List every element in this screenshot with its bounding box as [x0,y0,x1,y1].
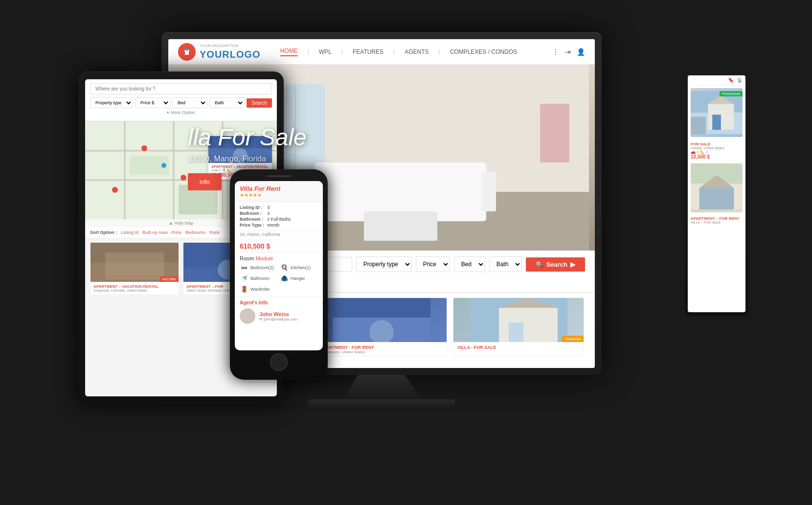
login-icon[interactable]: ⇥ [565,48,571,56]
svg-rect-50 [691,117,706,134]
phone-header: Villa For Rent ★★★★★ [235,181,323,202]
hanger-icon: 🧥 [280,274,289,283]
svg-point-0 [185,48,188,51]
nav-wpl[interactable]: WPL [319,48,332,55]
tablet-card-location-1: Cheyenne, Colorado, United States [93,289,176,292]
room-item-hanger: 🧥 Hanger [280,274,318,283]
sort-rank[interactable]: Rank [209,230,220,235]
tablet-listing-card-1[interactable]: Hot Offer APARTMENT – VACATION RENTAL Ch… [90,242,179,295]
listing-badge-3: Featured [562,336,584,342]
nav-icons: ⋮ ⇥ 👤 [552,48,585,56]
right-panel-info-2: APARTMENT – FOR RENT VILLA – FOR SALE [688,214,745,226]
bathroom-value: 2 Full Baths [267,217,318,222]
sort-listing-id[interactable]: Listing Id [121,230,138,235]
bedroom-value: 3 [267,211,318,216]
phone-agent-section: Agent's Info John Weiss ✉ john@realtyna.… [235,297,323,327]
room-item-bedroom: 🛏 Bedroom(2) [240,263,278,272]
sort-price[interactable]: Price [172,230,182,235]
hero-title: lla For Sale [188,125,307,151]
listing-card-2[interactable]: APARTMENT - FOR RENT Tennessee, United S… [316,298,447,356]
hero-subtitle: 33550, Mango, Florida [188,155,307,163]
nav-agents[interactable]: AGENTS [405,48,429,55]
hero-info-button[interactable]: info [188,173,222,190]
svg-rect-23 [509,322,523,342]
phone-home-button[interactable] [270,353,288,371]
phone-speaker [267,175,291,177]
tablet-search-input[interactable] [90,83,272,94]
right-panel-type-2: APARTMENT – FOR RENT [691,216,743,221]
agent-name: John Weiss [259,311,297,317]
bookmark-icon[interactable]: 🔖 [728,77,734,83]
email-icon: ✉ [259,317,263,321]
sort-builtup[interactable]: Built-up Area [142,230,168,235]
listing-image-3: Featured [453,298,584,342]
phone-agent-title: Agent's Info [240,300,318,305]
phone-details-grid: Listing ID : 3 Bedroom : 3 Bathroom : 2 … [235,202,323,231]
right-panel-screen: 🔖 📡 Foreclosure FOR SALE nessee, United … [688,75,745,312]
nav-links: HOME | WPL | FEATURES | AGENTS | COMPLEX… [280,47,517,56]
svg-point-35 [112,187,118,193]
svg-rect-49 [712,115,721,130]
bathroom-icon: 🚿 [240,274,248,283]
tablet-property-type-select[interactable]: Property type [90,97,133,108]
monitor-base [308,399,455,408]
phone-rooms-grid: 🛏 Bedroom(2) 🍳 Kitchen(1) 🚿 Bathroom [235,263,323,297]
logo-text: YOURLOGO [200,49,261,60]
room-item-bathroom: 🚿 Bathroom [240,274,278,283]
phone-location: 20, Alamo, California [235,231,323,240]
rss-icon[interactable]: 📡 [737,77,743,83]
tablet-price-select[interactable]: Price $ [135,97,170,108]
user-icon[interactable]: 👤 [577,48,585,56]
svg-rect-10 [481,172,496,211]
right-panel-listing-2[interactable] [691,163,743,212]
agent-email: ✉ john@realtyna.com [259,317,297,321]
bath-select[interactable]: Bath [489,256,522,272]
search-icon: 🔍 [536,261,543,268]
nav-home[interactable]: HOME [280,47,298,56]
tablet-card-img-1: Hot Offer [90,243,179,282]
bathroom-label: Bathroom : [240,217,264,222]
foreclosure-badge: Foreclosure [720,91,743,96]
right-panel-listing-1[interactable]: Foreclosure [691,88,743,137]
svg-rect-47 [708,104,734,130]
monitor-navbar: YOUR DESCRIPTION YOURLOGO HOME | WPL | F… [168,39,595,65]
phone-price: 610,500 $ [235,240,323,252]
svg-rect-53 [699,188,734,209]
bedroom-label: Bedroom : [240,211,264,216]
nav-complexes[interactable]: COMPLEXES / CONDOS [450,48,517,55]
tablet-card-info-1: APARTMENT – VACATION RENTAL Cheyenne, Co… [90,282,179,295]
phone-room-module-title: Room Module [235,252,323,263]
sort-bedrooms[interactable]: Bedrooms [185,230,205,235]
menu-dots-icon[interactable]: ⋮ [552,48,559,56]
monitor-stand [342,375,421,399]
listing-card-3[interactable]: Featured VILLA - FOR SALE [453,298,584,356]
phone-stars: ★★★★★ [240,192,318,198]
right-panel-price-1: 10,500 $ [691,154,743,160]
price-select[interactable]: Price [416,256,450,272]
nav-features[interactable]: FEATURES [353,48,383,55]
room-item-wardrobe: 🚪 Wardrobe [240,285,278,294]
tablet-badge-1: Hot Offer [160,276,179,282]
svg-point-34 [161,163,166,168]
bed-select[interactable]: Bed [454,256,485,272]
room-item-kitchen: 🍳 Kitchen(1) [280,263,318,272]
phone-title-accent: For Rent [254,185,280,192]
logo-area: YOUR DESCRIPTION YOURLOGO [178,43,261,61]
search-button[interactable]: 🔍 Search ▶ [526,257,585,272]
wardrobe-icon: 🚪 [240,285,248,294]
right-panel-icons: 🔖 📡 [688,75,745,85]
listing-id-value: 3 [267,205,318,210]
right-panel-location-2: VILLA – FOR SALE [691,221,743,224]
logo-text-area: YOUR DESCRIPTION YOURLOGO [200,44,261,60]
sort-label: Sort Option : [90,230,117,235]
right-panel-type-1: FOR SALE [691,142,743,146]
right-panel-location-1: nessee, United States [691,146,743,150]
kitchen-icon: 🍳 [280,263,289,272]
property-type-select[interactable]: Property type [356,256,412,272]
agent-details: John Weiss ✉ john@realtyna.com [259,311,297,321]
search-arrow-icon: ▶ [570,261,575,268]
phone-property-title: Villa For Rent [240,185,318,192]
listing-info-2: APARTMENT - FOR RENT Tennessee, United S… [316,342,447,356]
phone: Villa For Rent ★★★★★ Listing ID : 3 Bedr… [230,169,328,380]
svg-rect-21 [499,308,558,342]
